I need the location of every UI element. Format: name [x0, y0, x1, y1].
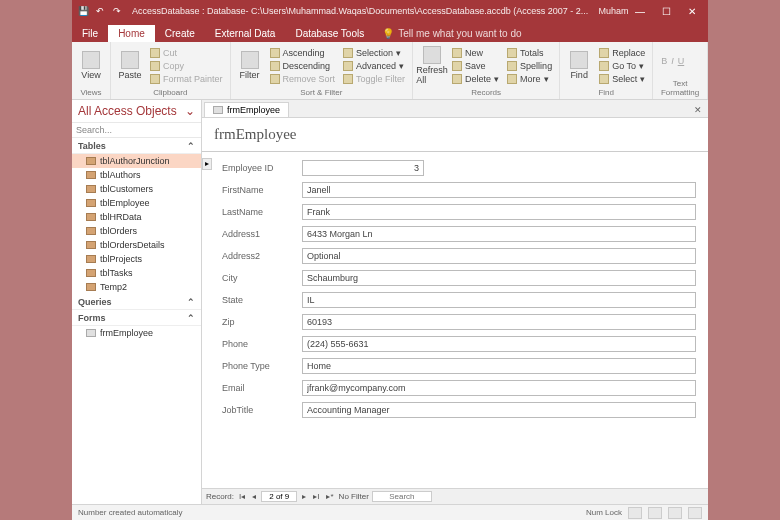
selection-icon: [343, 48, 353, 58]
italic-button[interactable]: I: [671, 56, 674, 66]
new-record-button[interactable]: ▸*: [324, 492, 335, 501]
document-area: frmEmployee ✕ frmEmployee ▸ Employee IDF…: [202, 100, 708, 504]
nav-group-queries[interactable]: Queries⌃: [72, 294, 201, 310]
select-button[interactable]: Select ▾: [596, 73, 648, 85]
field-job[interactable]: [302, 402, 696, 418]
toggle-icon: [343, 74, 353, 84]
field-phone[interactable]: [302, 336, 696, 352]
close-tab-button[interactable]: ✕: [688, 103, 708, 117]
ribbon: ViewViews PasteCutCopyFormat PainterClip…: [72, 42, 708, 100]
field-id[interactable]: [302, 160, 424, 176]
field-a2[interactable]: [302, 248, 696, 264]
label-email: Email: [222, 383, 302, 393]
doc-tab-frmemployee[interactable]: frmEmployee: [204, 102, 289, 117]
tab-database-tools[interactable]: Database Tools: [285, 25, 374, 42]
nav-form-frmemployee[interactable]: frmEmployee: [72, 326, 201, 340]
field-email[interactable]: [302, 380, 696, 396]
view-button[interactable]: View: [76, 44, 106, 87]
goto-button[interactable]: Go To ▾: [596, 60, 648, 72]
descending-button[interactable]: Descending: [267, 60, 339, 72]
nav-group-tables[interactable]: Tables⌃: [72, 138, 201, 154]
tab-external-data[interactable]: External Data: [205, 25, 286, 42]
label-state: State: [222, 295, 302, 305]
record-position[interactable]: [261, 491, 297, 502]
next-record-button[interactable]: ▸: [300, 492, 308, 501]
tab-home[interactable]: Home: [108, 25, 155, 42]
format-painter-button[interactable]: Format Painter: [147, 73, 226, 85]
last-record-button[interactable]: ▸I: [311, 492, 321, 501]
refresh-button[interactable]: Refresh All: [417, 44, 447, 87]
first-record-button[interactable]: I◂: [237, 492, 247, 501]
refresh-icon: [423, 46, 441, 64]
tab-file[interactable]: File: [72, 25, 108, 42]
design-view-button[interactable]: [688, 507, 702, 519]
nav-table-tblauthorjunction[interactable]: tblAuthorJunction: [72, 154, 201, 168]
group-views: Views: [76, 87, 106, 97]
underline-button[interactable]: U: [678, 56, 685, 66]
recnav-label: Record:: [206, 492, 234, 501]
cut-button[interactable]: Cut: [147, 47, 226, 59]
close-button[interactable]: ✕: [680, 2, 704, 20]
field-ptype[interactable]: [302, 358, 696, 374]
table-icon: [86, 199, 96, 207]
recnav-search[interactable]: [372, 491, 432, 502]
delete-button[interactable]: Delete ▾: [449, 73, 502, 85]
paste-button[interactable]: Paste: [115, 44, 145, 87]
layout-view-button[interactable]: [668, 507, 682, 519]
maximize-button[interactable]: ☐: [654, 2, 678, 20]
nav-search[interactable]: Search...: [72, 123, 201, 138]
nav-group-forms[interactable]: Forms⌃: [72, 310, 201, 326]
nav-table-tblcustomers[interactable]: tblCustomers: [72, 182, 201, 196]
selection-button[interactable]: Selection ▾: [340, 47, 408, 59]
save-icon[interactable]: 💾: [76, 4, 90, 18]
group-sort-filter: Sort & Filter: [235, 87, 409, 97]
tab-create[interactable]: Create: [155, 25, 205, 42]
chevron-down-icon: ⌄: [185, 104, 195, 118]
tell-me[interactable]: 💡Tell me what you want to do: [374, 25, 529, 42]
field-ln[interactable]: [302, 204, 696, 220]
record-selector[interactable]: ▸: [202, 158, 212, 170]
field-fn[interactable]: [302, 182, 696, 198]
replace-button[interactable]: Replace: [596, 47, 648, 59]
bold-button[interactable]: B: [661, 56, 667, 66]
window-title: AccessDatabase : Database- C:\Users\Muha…: [132, 6, 628, 16]
brush-icon: [150, 74, 160, 84]
select-icon: [599, 74, 609, 84]
nav-table-tblhrdata[interactable]: tblHRData: [72, 210, 201, 224]
form-view-button[interactable]: [628, 507, 642, 519]
nav-table-tblordersdetails[interactable]: tblOrdersDetails: [72, 238, 201, 252]
nav-table-tblorders[interactable]: tblOrders: [72, 224, 201, 238]
field-zip[interactable]: [302, 314, 696, 330]
nav-table-tblauthors[interactable]: tblAuthors: [72, 168, 201, 182]
field-city[interactable]: [302, 270, 696, 286]
find-button[interactable]: Find: [564, 44, 594, 87]
save-record-button[interactable]: Save: [449, 60, 502, 72]
table-icon: [86, 227, 96, 235]
filter-button[interactable]: Filter: [235, 44, 265, 87]
minimize-button[interactable]: ―: [628, 2, 652, 20]
prev-record-button[interactable]: ◂: [250, 492, 258, 501]
nav-header[interactable]: All Access Objects⌄: [72, 100, 201, 123]
field-a1[interactable]: [302, 226, 696, 242]
new-button[interactable]: New: [449, 47, 502, 59]
remove-sort-button[interactable]: Remove Sort: [267, 73, 339, 85]
undo-icon[interactable]: ↶: [93, 4, 107, 18]
spelling-button[interactable]: Spelling: [504, 60, 555, 72]
table-icon: [86, 157, 96, 165]
label-zip: Zip: [222, 317, 302, 327]
ascending-button[interactable]: Ascending: [267, 47, 339, 59]
nav-table-tbltasks[interactable]: tblTasks: [72, 266, 201, 280]
field-state[interactable]: [302, 292, 696, 308]
nav-table-tblemployee[interactable]: tblEmployee: [72, 196, 201, 210]
toggle-filter-button[interactable]: Toggle Filter: [340, 73, 408, 85]
more-button[interactable]: More ▾: [504, 73, 555, 85]
advanced-button[interactable]: Advanced ▾: [340, 60, 408, 72]
replace-icon: [599, 48, 609, 58]
table-icon: [86, 185, 96, 193]
datasheet-view-button[interactable]: [648, 507, 662, 519]
nav-table-temp2[interactable]: Temp2: [72, 280, 201, 294]
redo-icon[interactable]: ↷: [110, 4, 124, 18]
nav-table-tblprojects[interactable]: tblProjects: [72, 252, 201, 266]
copy-button[interactable]: Copy: [147, 60, 226, 72]
totals-button[interactable]: Totals: [504, 47, 555, 59]
